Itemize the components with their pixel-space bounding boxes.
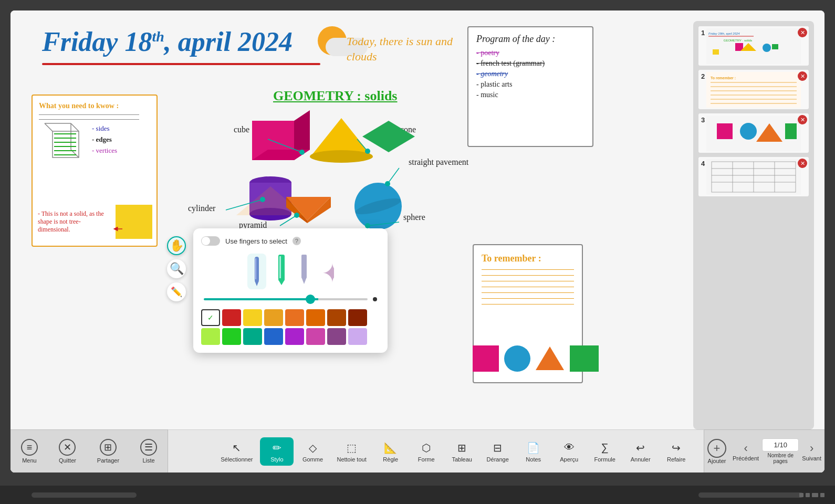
svg-marker-45 (278, 280, 285, 285)
pen-palette: ✋ 🔍 ✏️ Use fingers to select ? (193, 228, 388, 353)
redo-icon: ↪ (669, 440, 684, 455)
color-purple[interactable] (285, 328, 304, 345)
slide-1-preview: Friday 18th, april 2024 GEOMETRY : solid… (698, 26, 809, 66)
table-tool[interactable]: ⊞ Tableau (445, 437, 479, 466)
program-item: - poetry (476, 49, 584, 57)
add-page-btn[interactable]: + Ajouter (704, 436, 729, 467)
left-panel: ≡ Menu ✕ Quitter ⊞ Partager ☰ Liste (11, 429, 168, 472)
program-item: - geometry (476, 70, 584, 78)
color-orange-light[interactable] (264, 309, 283, 326)
color-brown[interactable] (327, 309, 346, 326)
select-tool[interactable]: ↖ Sélectionner (215, 437, 258, 466)
notes-tool[interactable]: 📄 Notes (517, 437, 550, 466)
slider-track[interactable] (204, 298, 368, 300)
clear-icon: ⬚ (345, 440, 359, 455)
select-icon: ↖ (229, 440, 244, 455)
program-title: Program of the day : (476, 34, 584, 45)
pen-marker[interactable] (297, 254, 311, 289)
prev-btn[interactable]: ‹ Précédent (729, 438, 762, 465)
page-counter-label: Nombre de pages (762, 453, 799, 464)
pen-star[interactable]: ✦ (319, 254, 334, 289)
pen-tool[interactable]: ✏ Stylo (260, 437, 294, 466)
partager-icon: ⊞ (100, 439, 117, 456)
slide-4[interactable]: 4 ✕ (698, 157, 809, 196)
color-orange[interactable] (285, 309, 304, 326)
apercu-tool[interactable]: 👁 Aperçu (552, 437, 586, 466)
apercu-icon: 👁 (562, 440, 577, 455)
pen-ballpoint[interactable] (247, 254, 266, 289)
hand-icon-btn[interactable]: ✋ (167, 236, 186, 255)
quitter-btn[interactable]: ✕ Quitter (56, 436, 79, 467)
slide-3[interactable]: 3 ✕ (698, 113, 809, 153)
color-blue[interactable] (264, 328, 283, 345)
notes-icon: 📄 (526, 440, 541, 455)
color-lavender[interactable] (348, 328, 367, 345)
eraser-icon: ◇ (305, 440, 320, 455)
svg-point-56 (763, 44, 771, 52)
ruler-tool[interactable]: 📐 Règle (374, 437, 408, 466)
need-line (39, 119, 139, 120)
pen-felt-tip[interactable] (274, 254, 289, 289)
next-label: Suivant (802, 455, 821, 461)
shape-tool[interactable]: ⬡ Forme (410, 437, 443, 466)
svg-rect-57 (772, 44, 778, 49)
slide-1[interactable]: Friday 18th, april 2024 GEOMETRY : solid… (698, 26, 809, 66)
remember-line (482, 269, 574, 270)
date-title: Friday 18th, april 2024 (42, 26, 293, 57)
next-btn[interactable]: › Suivant (799, 438, 824, 465)
liste-btn[interactable]: ☰ Liste (137, 436, 160, 467)
board-bottom-bar: ↖ Sélectionner ✏ Stylo ◇ Gomme ⬚ Nettoie… (168, 429, 740, 472)
size-slider[interactable] (201, 297, 380, 301)
pen-ballpoint-icon (249, 256, 264, 287)
svg-marker-42 (255, 281, 259, 286)
derange-tool[interactable]: ⊟ Dérange (481, 437, 515, 466)
port-2 (806, 493, 810, 497)
remember-line (482, 304, 574, 304)
svg-text:✦: ✦ (321, 259, 334, 285)
svg-rect-46 (279, 256, 281, 278)
slider-thumb[interactable] (306, 295, 315, 304)
color-orange-dark[interactable] (306, 309, 325, 326)
color-lime[interactable] (201, 328, 220, 345)
toggle-knob (202, 237, 210, 245)
fingers-label: Use fingers to select (225, 237, 287, 245)
eraser-icon-btn[interactable]: ✏️ (167, 282, 186, 301)
undo-tool[interactable]: ↩ Annuler (624, 437, 657, 466)
weather-text: Today, there is sun and clouds (347, 34, 462, 64)
slide-1-svg: Friday 18th, april 2024 GEOMETRY : solid… (706, 28, 801, 64)
slide-2-close[interactable]: ✕ (798, 71, 807, 81)
color-mauve[interactable] (327, 328, 346, 345)
color-green[interactable] (222, 328, 241, 345)
slide-3-close[interactable]: ✕ (798, 115, 807, 124)
slide-4-preview (698, 157, 809, 196)
clear-tool[interactable]: ⬚ Nettoie tout (331, 437, 371, 466)
page-counter: 1/10 (762, 438, 799, 452)
search-icon-btn[interactable]: 🔍 (167, 259, 186, 278)
color-teal[interactable] (243, 328, 262, 345)
slide-2[interactable]: To remember : 2 ✕ (698, 70, 809, 109)
menu-btn[interactable]: ≡ Menu (18, 436, 41, 467)
slide-1-close[interactable]: ✕ (798, 28, 807, 37)
slide-4-close[interactable]: ✕ (798, 159, 807, 168)
slide-3-svg (706, 116, 801, 151)
color-red[interactable] (222, 309, 241, 326)
canvas-area[interactable]: Friday 18th, april 2024 Today, there is … (11, 10, 824, 472)
slide-2-svg: To remember : (706, 72, 801, 108)
color-yellow[interactable] (243, 309, 262, 326)
next-icon: › (810, 442, 813, 455)
color-dark-brown[interactable] (348, 309, 367, 326)
color-white[interactable]: ✓ (201, 309, 220, 326)
vertices-label: - vertices (92, 145, 117, 156)
slider-dot (373, 297, 377, 301)
remember-line (482, 292, 574, 293)
color-pink[interactable] (306, 328, 325, 345)
formula-tool[interactable]: ∑ Formule (588, 437, 622, 466)
redo-tool[interactable]: ↪ Refaire (660, 437, 693, 466)
eraser-tool[interactable]: ◇ Gomme (296, 437, 329, 466)
menu-label: Menu (22, 457, 37, 464)
fingers-toggle[interactable] (201, 236, 220, 246)
table-icon: ⊞ (455, 440, 469, 455)
partager-btn[interactable]: ⊞ Partager (94, 436, 122, 467)
svg-marker-18 (362, 121, 415, 152)
slides-panel[interactable]: Friday 18th, april 2024 GEOMETRY : solid… (693, 21, 814, 429)
